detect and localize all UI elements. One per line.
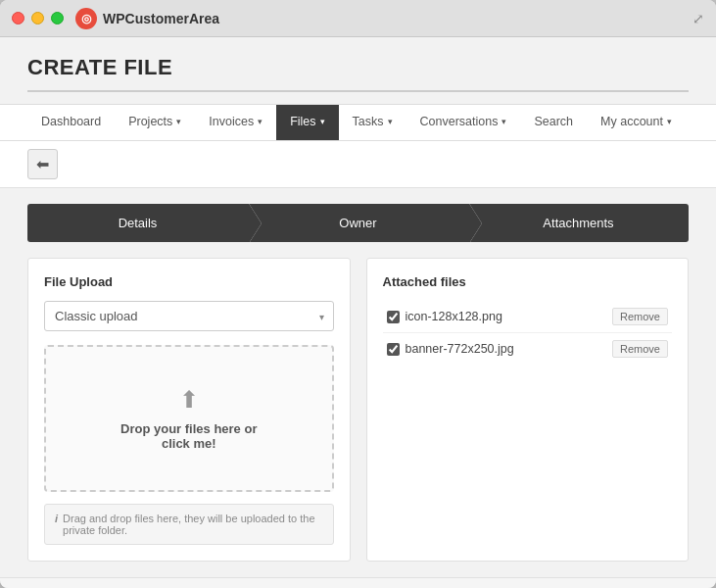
list-item: icon-128x128.png Remove bbox=[383, 301, 673, 333]
nav-item-invoices[interactable]: Invoices ▾ bbox=[195, 105, 276, 140]
wizard-steps: Details Owner Attachments bbox=[27, 204, 689, 242]
upload-section-title: File Upload bbox=[44, 274, 334, 289]
titlebar: ◎ WPCustomerArea ⤢ bbox=[0, 0, 716, 37]
app-window: ◎ WPCustomerArea ⤢ CREATE FILE Dashboard… bbox=[0, 0, 716, 588]
remove-file-2-button[interactable]: Remove bbox=[612, 340, 668, 358]
nav-item-conversations[interactable]: Conversations ▾ bbox=[406, 105, 521, 140]
logo-icon: ◎ bbox=[75, 8, 97, 29]
close-button[interactable] bbox=[12, 12, 24, 24]
drop-text: Drop your files here orclick me! bbox=[66, 421, 312, 451]
page-title: CREATE FILE bbox=[27, 55, 689, 92]
back-button[interactable]: ⬅ bbox=[27, 149, 58, 179]
upload-type-wrapper: Classic upload ▾ bbox=[44, 301, 334, 331]
step-attachments[interactable]: Attachments bbox=[468, 204, 689, 242]
chevron-down-icon: ▾ bbox=[501, 117, 506, 126]
minimize-button[interactable] bbox=[31, 12, 44, 24]
remove-file-1-button[interactable]: Remove bbox=[612, 308, 668, 325]
traffic-lights bbox=[12, 12, 64, 24]
file-checkbox-2[interactable] bbox=[387, 343, 400, 356]
page-content: CREATE FILE Dashboard Projects ▾ Invoice… bbox=[0, 37, 716, 588]
nav-item-myaccount[interactable]: My account ▾ bbox=[587, 105, 686, 140]
nav-item-projects[interactable]: Projects ▾ bbox=[115, 105, 195, 140]
step-details[interactable]: Details bbox=[27, 204, 248, 242]
drop-hint: i Drag and drop files here, they will be… bbox=[44, 504, 334, 545]
chevron-down-icon: ▾ bbox=[176, 117, 181, 126]
page-footer: Done bbox=[0, 577, 716, 588]
chevron-down-icon: ▾ bbox=[258, 117, 263, 126]
nav-item-tasks[interactable]: Tasks ▾ bbox=[339, 105, 406, 140]
chevron-down-icon: ▾ bbox=[388, 117, 393, 126]
file-name-1: icon-128x128.png bbox=[406, 310, 502, 323]
info-icon: i bbox=[55, 513, 58, 524]
attached-files-panel: Attached files icon-128x128.png Remove bbox=[366, 258, 690, 562]
form-columns: File Upload Classic upload ▾ ⬆ Drop your… bbox=[27, 258, 689, 562]
hint-text: Drag and drop files here, they will be u… bbox=[63, 513, 322, 536]
file-name-2: banner-772x250.jpg bbox=[406, 342, 514, 356]
nav-item-search[interactable]: Search bbox=[520, 105, 587, 140]
upload-panel: File Upload Classic upload ▾ ⬆ Drop your… bbox=[27, 258, 351, 562]
page-header: CREATE FILE bbox=[0, 37, 716, 104]
app-logo: ◎ WPCustomerArea bbox=[75, 8, 219, 29]
nav-bar: Dashboard Projects ▾ Invoices ▾ Files ▾ … bbox=[0, 104, 716, 141]
maximize-button[interactable] bbox=[51, 12, 64, 24]
upload-type-select[interactable]: Classic upload bbox=[44, 301, 334, 331]
drop-zone[interactable]: ⬆ Drop your files here orclick me! bbox=[44, 345, 334, 492]
file-list: icon-128x128.png Remove banner-772x250.j… bbox=[383, 301, 673, 365]
chevron-down-icon: ▾ bbox=[667, 117, 672, 126]
step-owner[interactable]: Owner bbox=[248, 204, 468, 242]
main-area: Details Owner Attachments File Upload Cl… bbox=[0, 188, 716, 577]
nav-toolbar: ⬅ bbox=[0, 141, 716, 188]
nav-item-files[interactable]: Files ▾ bbox=[276, 105, 338, 140]
file-checkbox-1[interactable] bbox=[387, 311, 400, 323]
app-title: WPCustomerArea bbox=[103, 11, 219, 26]
list-item: banner-772x250.jpg Remove bbox=[383, 333, 673, 365]
chevron-down-icon: ▾ bbox=[320, 117, 325, 126]
attached-section-title: Attached files bbox=[383, 274, 673, 289]
upload-icon: ⬆ bbox=[66, 386, 312, 414]
expand-icon[interactable]: ⤢ bbox=[692, 11, 704, 26]
nav-item-dashboard[interactable]: Dashboard bbox=[27, 105, 115, 140]
